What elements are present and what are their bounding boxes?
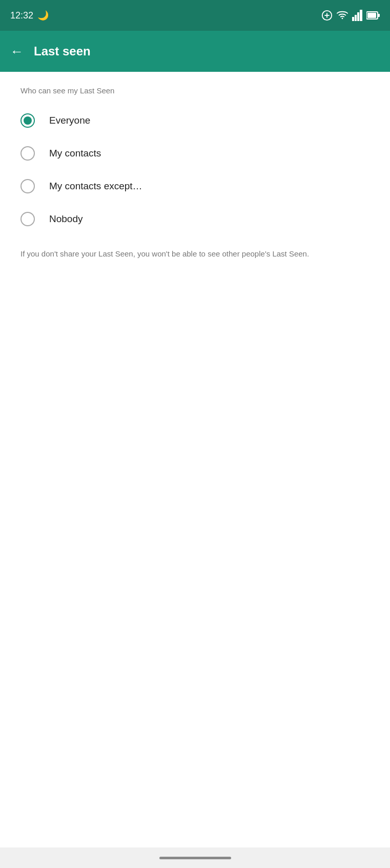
svg-rect-9	[367, 13, 376, 18]
option-my-contacts-except[interactable]: My contacts except…	[0, 170, 390, 203]
status-icons-group	[321, 10, 380, 21]
app-bar: ← Last seen	[0, 31, 390, 72]
bottom-bar	[0, 847, 390, 868]
label-nobody: Nobody	[49, 213, 83, 225]
option-nobody[interactable]: Nobody	[0, 203, 390, 235]
label-everyone: Everyone	[49, 115, 90, 126]
svg-rect-7	[360, 10, 362, 21]
signal-icon	[352, 10, 362, 21]
option-everyone[interactable]: Everyone	[0, 104, 390, 137]
content-area: Who can see my Last Seen Everyone My con…	[0, 72, 390, 847]
radio-everyone[interactable]	[20, 113, 35, 128]
label-my-contacts-except: My contacts except…	[49, 181, 142, 192]
radio-my-contacts[interactable]	[20, 146, 35, 161]
back-button[interactable]: ←	[10, 44, 24, 60]
radio-my-contacts-except[interactable]	[20, 179, 35, 193]
radio-nobody[interactable]	[20, 212, 35, 226]
svg-rect-4	[352, 17, 354, 21]
label-my-contacts: My contacts	[49, 148, 101, 159]
section-label: Who can see my Last Seen	[0, 86, 390, 104]
bottom-indicator	[159, 857, 231, 859]
clock-display: 12:32	[10, 10, 33, 21]
status-time: 12:32 🌙	[10, 10, 49, 21]
wifi-icon	[337, 10, 348, 21]
status-bar: 12:32 🌙	[0, 0, 390, 31]
moon-icon: 🌙	[37, 10, 49, 21]
svg-point-3	[342, 18, 343, 19]
info-text: If you don't share your Last Seen, you w…	[0, 235, 390, 260]
option-my-contacts[interactable]: My contacts	[0, 137, 390, 170]
page-title: Last seen	[34, 44, 91, 58]
circle-plus-icon	[321, 10, 333, 21]
svg-rect-6	[357, 12, 359, 21]
battery-icon	[366, 11, 380, 20]
svg-rect-10	[378, 14, 380, 17]
svg-rect-5	[355, 15, 357, 21]
